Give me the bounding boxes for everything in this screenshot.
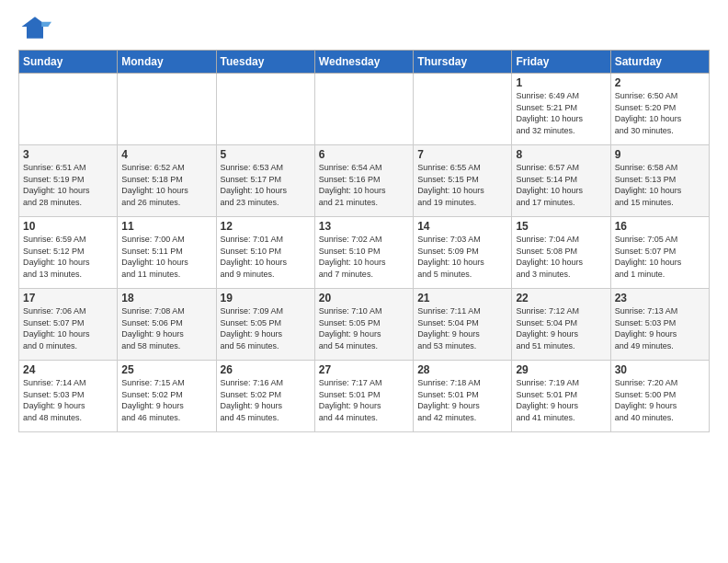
day-number: 21 [417, 292, 507, 304]
day-number: 10 [23, 220, 113, 233]
day-number: 7 [417, 148, 507, 161]
day-info: Sunrise: 7:19 AM Sunset: 5:01 PM Dayligh… [516, 377, 606, 423]
day-number: 17 [23, 292, 113, 304]
weekday-header: Monday [118, 51, 216, 74]
calendar-cell: 19Sunrise: 7:09 AM Sunset: 5:05 PM Dayli… [216, 289, 314, 361]
day-number: 30 [615, 363, 705, 376]
day-number: 19 [221, 292, 311, 304]
calendar-cell: 15Sunrise: 7:04 AM Sunset: 5:08 PM Dayli… [512, 217, 610, 289]
day-info: Sunrise: 7:02 AM Sunset: 5:10 PM Dayligh… [319, 234, 409, 280]
weekday-header: Sunday [19, 51, 118, 74]
calendar-week-row: 10Sunrise: 6:59 AM Sunset: 5:12 PM Dayli… [19, 217, 710, 289]
day-number: 3 [23, 148, 113, 161]
day-info: Sunrise: 6:52 AM Sunset: 5:18 PM Dayligh… [121, 162, 211, 208]
day-number: 12 [221, 220, 311, 233]
calendar-cell: 21Sunrise: 7:11 AM Sunset: 5:04 PM Dayli… [414, 289, 512, 361]
calendar-week-row: 3Sunrise: 6:51 AM Sunset: 5:19 PM Daylig… [19, 145, 710, 217]
day-info: Sunrise: 7:06 AM Sunset: 5:07 PM Dayligh… [23, 305, 113, 351]
day-info: Sunrise: 7:00 AM Sunset: 5:11 PM Dayligh… [121, 234, 211, 280]
svg-marker-1 [41, 22, 51, 27]
day-info: Sunrise: 6:55 AM Sunset: 5:15 PM Dayligh… [417, 162, 507, 208]
day-number: 13 [319, 220, 409, 233]
calendar-week-row: 24Sunrise: 7:14 AM Sunset: 5:03 PM Dayli… [19, 361, 710, 432]
day-info: Sunrise: 7:04 AM Sunset: 5:08 PM Dayligh… [516, 234, 606, 280]
logo-icon [18, 15, 51, 40]
day-number: 25 [121, 363, 211, 376]
calendar-cell: 14Sunrise: 7:03 AM Sunset: 5:09 PM Dayli… [414, 217, 512, 289]
day-number: 28 [417, 363, 507, 376]
calendar-cell: 28Sunrise: 7:18 AM Sunset: 5:01 PM Dayli… [414, 361, 512, 432]
day-info: Sunrise: 7:18 AM Sunset: 5:01 PM Dayligh… [417, 377, 507, 423]
day-info: Sunrise: 7:16 AM Sunset: 5:02 PM Dayligh… [221, 377, 311, 423]
day-info: Sunrise: 6:51 AM Sunset: 5:19 PM Dayligh… [23, 162, 113, 208]
calendar-cell: 24Sunrise: 7:14 AM Sunset: 5:03 PM Dayli… [19, 361, 118, 432]
day-number: 20 [319, 292, 409, 304]
calendar-cell: 4Sunrise: 6:52 AM Sunset: 5:18 PM Daylig… [118, 145, 216, 217]
calendar-cell: 6Sunrise: 6:54 AM Sunset: 5:16 PM Daylig… [314, 145, 413, 217]
day-number: 5 [221, 148, 311, 161]
calendar-cell: 1Sunrise: 6:49 AM Sunset: 5:21 PM Daylig… [512, 74, 610, 145]
day-number: 11 [121, 220, 211, 233]
calendar-cell: 17Sunrise: 7:06 AM Sunset: 5:07 PM Dayli… [19, 289, 118, 361]
calendar-cell: 27Sunrise: 7:17 AM Sunset: 5:01 PM Dayli… [314, 361, 413, 432]
calendar-cell [216, 74, 314, 145]
day-number: 18 [121, 292, 211, 304]
calendar-cell: 11Sunrise: 7:00 AM Sunset: 5:11 PM Dayli… [118, 217, 216, 289]
day-info: Sunrise: 7:08 AM Sunset: 5:06 PM Dayligh… [121, 305, 211, 351]
header [18, 15, 710, 40]
weekday-header: Wednesday [314, 51, 413, 74]
calendar-cell: 7Sunrise: 6:55 AM Sunset: 5:15 PM Daylig… [414, 145, 512, 217]
day-info: Sunrise: 7:15 AM Sunset: 5:02 PM Dayligh… [121, 377, 211, 423]
day-number: 29 [516, 363, 606, 376]
day-info: Sunrise: 7:10 AM Sunset: 5:05 PM Dayligh… [319, 305, 409, 351]
day-number: 4 [121, 148, 211, 161]
day-info: Sunrise: 6:53 AM Sunset: 5:17 PM Dayligh… [221, 162, 311, 208]
day-number: 14 [417, 220, 507, 233]
calendar-cell: 9Sunrise: 6:58 AM Sunset: 5:13 PM Daylig… [610, 145, 709, 217]
day-number: 2 [615, 76, 705, 89]
day-info: Sunrise: 7:14 AM Sunset: 5:03 PM Dayligh… [23, 377, 113, 423]
day-number: 8 [516, 148, 606, 161]
calendar-cell [414, 74, 512, 145]
calendar-table: SundayMondayTuesdayWednesdayThursdayFrid… [18, 50, 710, 432]
calendar-cell: 25Sunrise: 7:15 AM Sunset: 5:02 PM Dayli… [118, 361, 216, 432]
day-number: 22 [516, 292, 606, 304]
calendar-cell: 12Sunrise: 7:01 AM Sunset: 5:10 PM Dayli… [216, 217, 314, 289]
calendar-cell: 20Sunrise: 7:10 AM Sunset: 5:05 PM Dayli… [314, 289, 413, 361]
calendar-cell [19, 74, 118, 145]
day-info: Sunrise: 7:13 AM Sunset: 5:03 PM Dayligh… [615, 305, 705, 351]
day-info: Sunrise: 7:11 AM Sunset: 5:04 PM Dayligh… [417, 305, 507, 351]
weekday-header: Saturday [610, 51, 709, 74]
calendar-cell: 29Sunrise: 7:19 AM Sunset: 5:01 PM Dayli… [512, 361, 610, 432]
calendar-cell: 8Sunrise: 6:57 AM Sunset: 5:14 PM Daylig… [512, 145, 610, 217]
calendar-body: 1Sunrise: 6:49 AM Sunset: 5:21 PM Daylig… [19, 74, 710, 432]
calendar-cell [118, 74, 216, 145]
weekday-header: Thursday [414, 51, 512, 74]
day-info: Sunrise: 6:50 AM Sunset: 5:20 PM Dayligh… [615, 90, 705, 136]
calendar-cell: 5Sunrise: 6:53 AM Sunset: 5:17 PM Daylig… [216, 145, 314, 217]
calendar-cell: 26Sunrise: 7:16 AM Sunset: 5:02 PM Dayli… [216, 361, 314, 432]
calendar-cell: 16Sunrise: 7:05 AM Sunset: 5:07 PM Dayli… [610, 217, 709, 289]
day-number: 23 [615, 292, 705, 304]
calendar-cell: 13Sunrise: 7:02 AM Sunset: 5:10 PM Dayli… [314, 217, 413, 289]
day-info: Sunrise: 7:01 AM Sunset: 5:10 PM Dayligh… [221, 234, 311, 280]
day-info: Sunrise: 7:20 AM Sunset: 5:00 PM Dayligh… [615, 377, 705, 423]
calendar-week-row: 1Sunrise: 6:49 AM Sunset: 5:21 PM Daylig… [19, 74, 710, 145]
day-info: Sunrise: 6:54 AM Sunset: 5:16 PM Dayligh… [319, 162, 409, 208]
day-info: Sunrise: 7:05 AM Sunset: 5:07 PM Dayligh… [615, 234, 705, 280]
weekday-header: Friday [512, 51, 610, 74]
day-number: 24 [23, 363, 113, 376]
day-number: 26 [221, 363, 311, 376]
day-number: 27 [319, 363, 409, 376]
page: SundayMondayTuesdayWednesdayThursdayFrid… [0, 0, 728, 442]
day-info: Sunrise: 6:49 AM Sunset: 5:21 PM Dayligh… [516, 90, 606, 136]
calendar-cell: 22Sunrise: 7:12 AM Sunset: 5:04 PM Dayli… [512, 289, 610, 361]
day-info: Sunrise: 7:12 AM Sunset: 5:04 PM Dayligh… [516, 305, 606, 351]
day-info: Sunrise: 7:17 AM Sunset: 5:01 PM Dayligh… [319, 377, 409, 423]
day-info: Sunrise: 6:57 AM Sunset: 5:14 PM Dayligh… [516, 162, 606, 208]
calendar-cell: 10Sunrise: 6:59 AM Sunset: 5:12 PM Dayli… [19, 217, 118, 289]
logo [18, 15, 57, 40]
day-info: Sunrise: 7:03 AM Sunset: 5:09 PM Dayligh… [417, 234, 507, 280]
day-info: Sunrise: 6:59 AM Sunset: 5:12 PM Dayligh… [23, 234, 113, 280]
calendar-cell: 2Sunrise: 6:50 AM Sunset: 5:20 PM Daylig… [610, 74, 709, 145]
